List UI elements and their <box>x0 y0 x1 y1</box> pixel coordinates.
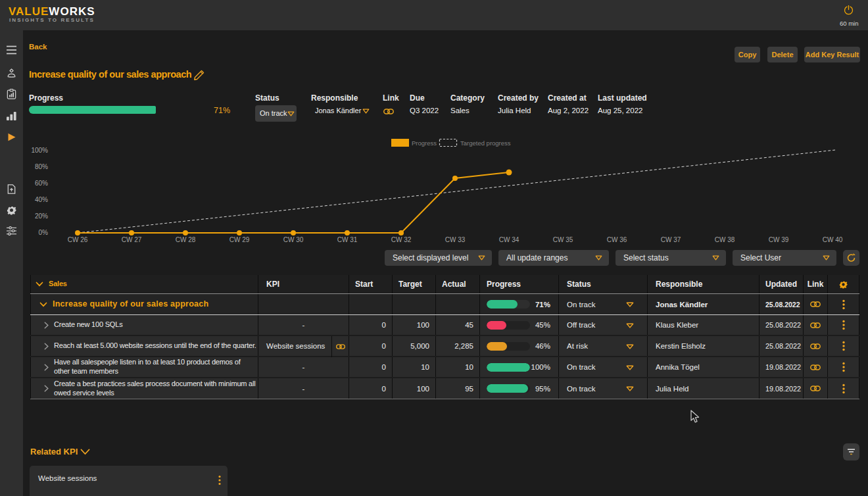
svg-text:80%: 80% <box>35 163 48 170</box>
svg-text:CW 33: CW 33 <box>445 236 466 243</box>
svg-text:CW 37: CW 37 <box>661 236 681 243</box>
svg-text:CW 40: CW 40 <box>823 236 843 243</box>
svg-text:40%: 40% <box>35 196 48 203</box>
svg-text:CW 35: CW 35 <box>553 236 573 243</box>
svg-text:100%: 100% <box>31 147 48 154</box>
svg-text:Targeted progress: Targeted progress <box>460 139 511 147</box>
svg-text:CW 34: CW 34 <box>499 236 519 243</box>
svg-text:CW 32: CW 32 <box>391 236 412 243</box>
svg-text:20%: 20% <box>35 212 48 220</box>
svg-text:60%: 60% <box>35 180 48 187</box>
svg-text:CW 31: CW 31 <box>337 236 358 243</box>
svg-text:CW 39: CW 39 <box>769 236 789 243</box>
svg-text:CW 27: CW 27 <box>122 236 142 243</box>
svg-text:CW 26: CW 26 <box>68 236 88 243</box>
svg-text:0%: 0% <box>39 229 49 236</box>
svg-text:CW 30: CW 30 <box>283 236 304 243</box>
svg-text:CW 29: CW 29 <box>229 236 250 243</box>
svg-text:CW 36: CW 36 <box>607 236 627 243</box>
svg-text:CW 38: CW 38 <box>715 236 735 243</box>
svg-text:Progress: Progress <box>412 139 437 147</box>
svg-text:CW 28: CW 28 <box>176 236 196 243</box>
